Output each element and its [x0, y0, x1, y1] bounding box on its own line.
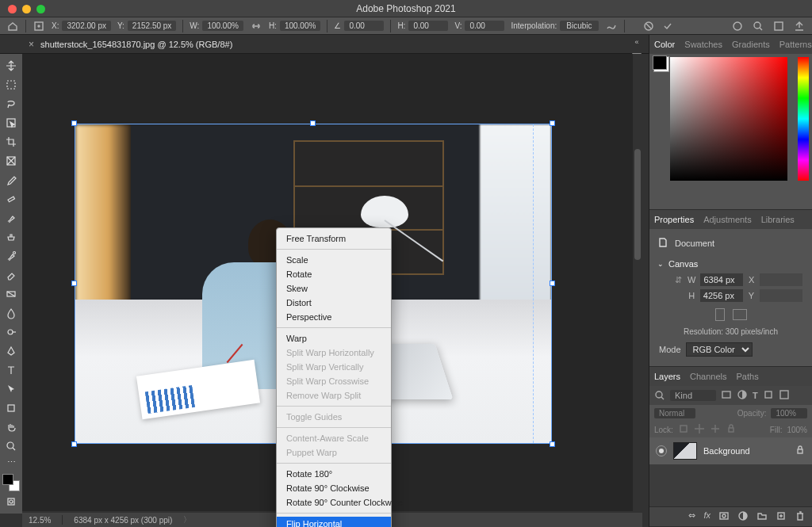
canvas-height-field[interactable] [700, 289, 743, 302]
menu-scale[interactable]: Scale [277, 253, 391, 267]
canvas-section-header[interactable]: ⌄ Canvas [656, 256, 806, 272]
zoom-level[interactable]: 12.5% [29, 516, 51, 525]
menu-perspective[interactable]: Perspective [277, 310, 391, 324]
reference-point-icon[interactable] [33, 20, 45, 32]
object-select-tool[interactable] [2, 114, 21, 132]
cloud-docs-icon[interactable] [731, 20, 744, 32]
document-tab[interactable]: × shutterstock_1654831870.jpg @ 12.5% (R… [22, 39, 239, 50]
tab-channels[interactable]: Channels [690, 372, 726, 381]
frame-tool[interactable] [2, 152, 21, 170]
crop-tool[interactable] [2, 133, 21, 151]
layer-name[interactable]: Background [703, 446, 750, 456]
filter-adjust-icon[interactable] [737, 389, 748, 402]
delete-layer-icon[interactable] [795, 510, 806, 523]
menu-skew[interactable]: Skew [277, 281, 391, 296]
brush-tool[interactable] [2, 209, 21, 227]
link-layers-icon[interactable]: ⇔ [688, 510, 695, 523]
tab-libraries[interactable]: Libraries [761, 215, 795, 224]
h-value[interactable]: 100.00% [280, 21, 320, 31]
opacity-field[interactable]: 100% [771, 408, 807, 418]
type-tool[interactable] [2, 361, 21, 379]
angle-value[interactable]: 0.00 [344, 21, 384, 31]
close-window-button[interactable] [8, 5, 17, 13]
layer-filter-dropdown[interactable]: Kind [670, 390, 716, 401]
menu-rotate[interactable]: Rotate [277, 267, 391, 281]
link-icon[interactable] [250, 20, 262, 32]
move-tool[interactable] [2, 57, 21, 74]
vskew-value[interactable]: 0.00 [465, 21, 504, 31]
search-icon[interactable] [752, 20, 764, 32]
canvas-y-field[interactable] [760, 289, 802, 302]
tab-swatches[interactable]: Swatches [684, 40, 722, 49]
transform-context-menu[interactable]: Free TransformScaleRotateSkewDistortPers… [276, 227, 392, 527]
tab-patterns[interactable]: Patterns [779, 40, 812, 49]
filter-smart-icon[interactable] [779, 389, 790, 402]
gradient-tool[interactable] [2, 285, 21, 303]
visibility-icon[interactable] [656, 445, 667, 456]
w-value[interactable]: 100.00% [202, 21, 243, 31]
eraser-tool[interactable] [2, 266, 21, 284]
blend-mode-dropdown[interactable]: Normal [654, 408, 695, 418]
tab-properties[interactable]: Properties [654, 215, 694, 224]
dodge-tool[interactable] [2, 323, 21, 341]
search-icon[interactable] [654, 390, 665, 401]
quick-mask-icon[interactable] [2, 493, 21, 510]
lock-position-icon[interactable] [694, 423, 705, 436]
vertical-scrollbar[interactable] [633, 54, 642, 511]
new-layer-icon[interactable] [776, 510, 787, 523]
group-icon[interactable] [756, 510, 768, 523]
menu-rotate-180-[interactable]: Rotate 180° [277, 467, 391, 481]
fx-icon[interactable]: fx [703, 510, 710, 523]
interpolation-dropdown[interactable]: Bicubic [560, 21, 598, 31]
share-icon[interactable] [793, 20, 806, 32]
menu-rotate-90-counter-clockwise[interactable]: Rotate 90° Counter Clockwise [277, 495, 391, 510]
collapse-arrow-icon[interactable]: « [634, 38, 638, 46]
tab-gradients[interactable]: Gradients [732, 40, 770, 49]
layer-row[interactable]: Background [649, 437, 812, 464]
lock-artboard-icon[interactable] [710, 423, 721, 436]
path-select-tool[interactable] [2, 380, 21, 398]
y-value[interactable]: 2152.50 px [128, 21, 177, 31]
color-mode-dropdown[interactable]: RGB Color [686, 342, 753, 357]
close-tab-icon[interactable]: × [29, 39, 34, 50]
zoom-tool[interactable] [2, 437, 21, 455]
x-value[interactable]: 3202.00 px [62, 21, 111, 31]
menu-rotate-90-clockwise[interactable]: Rotate 90° Clockwise [277, 481, 391, 495]
shape-tool[interactable] [2, 399, 21, 417]
marquee-tool[interactable] [2, 76, 21, 94]
zoom-window-button[interactable] [36, 5, 45, 13]
layer-thumbnail[interactable] [673, 442, 697, 460]
tab-adjustments[interactable]: Adjustments [703, 215, 752, 224]
menu-free-transform[interactable]: Free Transform [277, 231, 391, 246]
home-icon[interactable] [6, 20, 19, 32]
window-traffic-lights[interactable] [8, 5, 45, 13]
hue-slider[interactable] [798, 57, 809, 181]
hskew-value[interactable]: 0.00 [408, 21, 448, 31]
fill-field[interactable]: 100% [787, 426, 807, 434]
clone-stamp-tool[interactable] [2, 228, 21, 246]
healing-tool[interactable] [2, 190, 21, 208]
minimize-window-button[interactable] [22, 5, 31, 13]
hand-tool[interactable] [2, 418, 21, 436]
commit-transform-icon[interactable] [661, 20, 674, 32]
cancel-transform-icon[interactable] [642, 20, 655, 32]
mask-icon[interactable] [718, 510, 730, 523]
filter-image-icon[interactable] [721, 389, 732, 402]
tab-paths[interactable]: Paths [737, 372, 759, 381]
adjustment-layer-icon[interactable] [737, 510, 749, 523]
color-swatch-mini[interactable] [653, 55, 667, 70]
link-wh-icon[interactable]: ⇵ [675, 275, 683, 285]
edit-toolbar-icon[interactable]: ⋯ [2, 456, 21, 468]
pen-tool[interactable] [2, 342, 21, 360]
lasso-tool[interactable] [2, 95, 21, 113]
filter-type-icon[interactable]: T [753, 391, 758, 400]
blur-tool[interactable] [2, 304, 21, 322]
menu-distort[interactable]: Distort [277, 296, 391, 310]
menu-flip-horizontal[interactable]: Flip Horizontal [277, 517, 391, 527]
history-brush-tool[interactable] [2, 247, 21, 265]
tab-color[interactable]: Color [654, 40, 675, 49]
canvas-x-field[interactable] [760, 273, 802, 286]
landscape-orientation-icon[interactable] [733, 309, 747, 320]
color-field[interactable] [670, 57, 787, 181]
canvas-width-field[interactable] [700, 273, 743, 286]
